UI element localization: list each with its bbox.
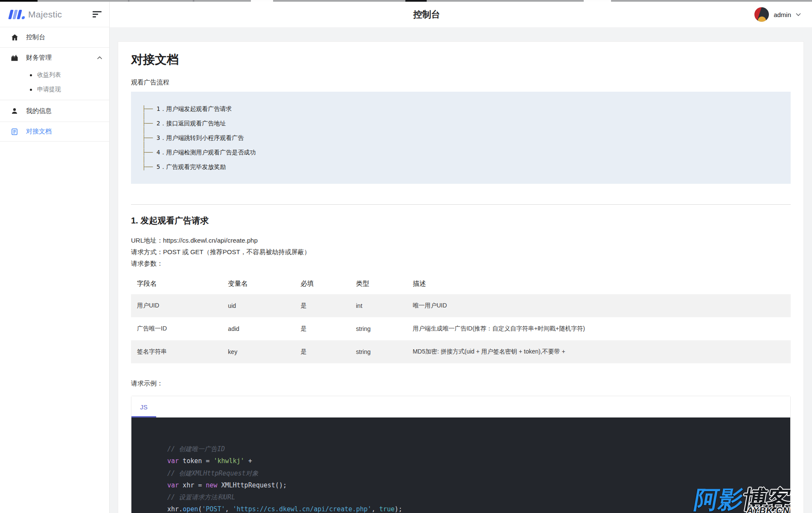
document-icon: [10, 128, 19, 136]
flow-line: ├── 3．用户端跳转到小程序观看广告: [142, 134, 780, 142]
table-cell: 是: [294, 317, 350, 340]
request-method-line: 请求方式：POST 或 GET（推荐POST，不容易被劫持或屏蔽）: [131, 247, 791, 257]
table-cell: 广告唯一ID: [131, 317, 222, 340]
flow-label: 观看广告流程: [131, 78, 791, 87]
flow-line: ├── 4．用户端检测用户观看广告是否成功: [142, 149, 780, 156]
table-cell: string: [350, 340, 407, 363]
table-cell: MD5加密: 拼接方式(uid + 用户签名密钥 + token),不要带 +: [407, 340, 791, 363]
table-cell: 唯一用户UID: [407, 294, 791, 317]
code-tab-bar: JS: [131, 396, 790, 417]
table-cell: 签名字符串: [131, 340, 222, 363]
user-menu[interactable]: admin: [754, 2, 801, 27]
flow-line: ├── 1．用户端发起观看广告请求: [142, 105, 780, 113]
avatar[interactable]: [754, 7, 769, 22]
section-heading: 1. 发起观看广告请求: [131, 215, 791, 226]
table-header-cell: 描述: [407, 273, 791, 294]
sidebar-subitem-label: 收益列表: [37, 71, 61, 79]
table-header-cell: 类型: [350, 273, 407, 294]
section-divider: [131, 204, 791, 205]
sidebar-item-label: 控制台: [26, 33, 45, 41]
flow-line: │: [142, 127, 780, 134]
sidebar-item-dashboard[interactable]: 控制台: [0, 27, 109, 47]
sidebar-item-docs[interactable]: 对接文档: [0, 122, 109, 141]
table-row: 广告唯一IDadid是string用户端生成唯一广告ID(推荐：自定义自字符串+…: [131, 317, 791, 340]
table-cell: adid: [222, 317, 294, 340]
code-line: // 创建唯一广告ID: [167, 443, 782, 455]
sidebar-item-label: 财务管理: [26, 54, 52, 62]
sidebar-item-label: 对接文档: [26, 128, 52, 136]
person-icon: [10, 107, 19, 115]
table-row: 签名字符串key是stringMD5加密: 拼接方式(uid + 用户签名密钥 …: [131, 340, 791, 363]
request-params-label: 请求参数：: [131, 259, 791, 268]
table-cell: key: [222, 340, 294, 363]
sidebar: Majestic 控制台 财务管理: [0, 2, 110, 513]
code-block: // 创建唯一广告IDvar token = 'khwlkj' +// 创建XM…: [131, 417, 790, 513]
sidebar-logo-row: Majestic: [0, 2, 109, 27]
flow-line: ├── 2．接口返回观看广告地址: [142, 120, 780, 127]
chevron-up-icon: [97, 56, 102, 60]
content-area: 对接文档 观看广告流程 ├── 1．用户端发起观看广告请求│├── 2．接口返回…: [110, 27, 812, 513]
api-url-line: URL地址：https://cs.dkewl.cn/api/create.php: [131, 236, 791, 245]
sidebar-item-finance[interactable]: 财务管理: [0, 48, 109, 68]
code-line: var xhr = new XMLHttpRequest();: [167, 479, 782, 491]
table-cell: int: [350, 294, 407, 317]
code-line: // 设置请求方法和URL: [167, 491, 782, 503]
flow-line: ├── 5．广告观看完毕发放奖励: [142, 163, 780, 171]
page-title: 控制台: [413, 9, 440, 20]
bullet-icon: [30, 89, 32, 91]
tab-js[interactable]: JS: [131, 396, 156, 417]
code-line: xhr.open('POST', 'https://cs.dkewl.cn/ap…: [167, 503, 782, 513]
sidebar-item-label: 我的信息: [26, 107, 52, 115]
top-header: 控制台 admin: [110, 2, 812, 27]
table-cell: string: [350, 317, 407, 340]
flow-line: │: [142, 113, 780, 120]
tab-js-label: JS: [140, 403, 148, 411]
area-chart-icon: [10, 54, 19, 62]
bullet-icon: [30, 74, 32, 76]
doc-card: 对接文档 观看广告流程 ├── 1．用户端发起观看广告请求│├── 2．接口返回…: [118, 41, 804, 513]
flow-line: │: [142, 142, 780, 149]
table-cell: uid: [222, 294, 294, 317]
table-cell: 是: [294, 340, 350, 363]
table-header-cell: 变量名: [222, 273, 294, 294]
params-table: 字段名变量名必填类型描述 用户UIDuid是int唯一用户UID广告唯一IDad…: [131, 273, 791, 363]
example-label: 请求示例：: [131, 380, 791, 388]
code-line: var token = 'khwlkj' +: [167, 455, 782, 467]
table-header-row: 字段名变量名必填类型描述: [131, 273, 791, 294]
table-cell: 用户端生成唯一广告ID(推荐：自定义自字符串+时间戳+随机字符): [407, 317, 791, 340]
table-header-cell: 必填: [294, 273, 350, 294]
table-cell: 是: [294, 294, 350, 317]
sidebar-subitem-earnings-list[interactable]: 收益列表: [0, 68, 109, 82]
flow-diagram: ├── 1．用户端发起观看广告请求│├── 2．接口返回观看广告地址│├── 3…: [131, 92, 791, 184]
table-row: 用户UIDuid是int唯一用户UID: [131, 294, 791, 317]
flow-line: │: [142, 156, 780, 163]
code-line: // 创建XMLHttpRequest对象: [167, 467, 782, 479]
home-icon: [10, 33, 19, 42]
table-cell: 用户UID: [131, 294, 222, 317]
sidebar-collapse-icon[interactable]: [93, 10, 102, 19]
majestic-logo-icon: [9, 9, 25, 20]
brand-name: Majestic: [28, 9, 62, 20]
doc-title: 对接文档: [131, 52, 791, 68]
username: admin: [774, 11, 791, 18]
active-tab-indicator: [131, 416, 156, 417]
sidebar-item-my-info[interactable]: 我的信息: [0, 100, 109, 122]
table-header-cell: 字段名: [131, 273, 222, 294]
sidebar-subitem-withdraw-request[interactable]: 申请提现: [0, 82, 109, 97]
chevron-down-icon: [796, 13, 801, 16]
sidebar-subitem-label: 申请提现: [37, 86, 61, 93]
code-example-card: JS // 创建唯一广告IDvar token = 'khwlkj' +// 创…: [131, 396, 791, 513]
